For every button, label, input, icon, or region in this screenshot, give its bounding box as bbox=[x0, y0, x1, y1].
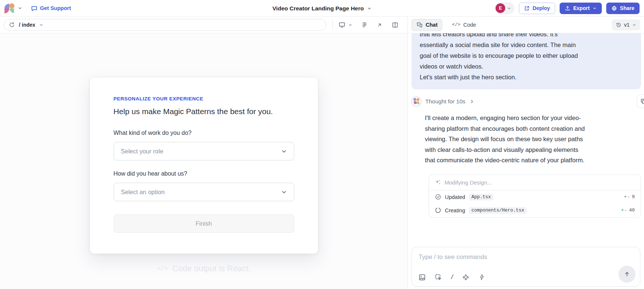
viewport-chevron-down-icon bbox=[348, 23, 352, 27]
referral-question-label: How did you hear about us? bbox=[114, 170, 294, 177]
tab-chat[interactable]: Chat bbox=[412, 19, 442, 31]
title-chevron-down-icon[interactable] bbox=[367, 6, 372, 11]
components-icon[interactable] bbox=[462, 274, 469, 281]
external-link-icon bbox=[524, 6, 530, 11]
route-chevron-down-icon[interactable] bbox=[39, 23, 43, 27]
thought-row[interactable]: Thought for 10s bbox=[412, 97, 644, 106]
role-select[interactable]: Select your role bbox=[114, 142, 294, 160]
route-bar[interactable]: / index bbox=[4, 19, 326, 31]
progress-row-creating[interactable]: Creating components/Hero.tsx +-40 bbox=[429, 204, 641, 217]
diff-plus: + bbox=[624, 194, 627, 200]
chat-bubble-icon bbox=[31, 5, 37, 11]
account-menu[interactable]: E bbox=[494, 2, 514, 14]
role-select-placeholder: Select your role bbox=[121, 148, 164, 155]
route-path: / index bbox=[19, 22, 35, 28]
referral-select-chevron-down-icon bbox=[281, 189, 287, 195]
deploy-button[interactable]: Deploy bbox=[519, 3, 555, 14]
tab-code[interactable]: </> Code bbox=[447, 19, 480, 31]
preview-panel: PERSONALIZE YOUR EXPERIENCE Help us make… bbox=[0, 33, 408, 289]
select-element-icon[interactable] bbox=[435, 274, 442, 281]
code-glyph-icon: </> bbox=[157, 265, 168, 272]
progress-action: Updated bbox=[445, 194, 465, 200]
code-tab-icon: </> bbox=[452, 22, 460, 27]
progress-card: Modifying Design... Updated App.tsx +-9 … bbox=[429, 175, 641, 217]
chat-toolbar: Chat </> Code v1 bbox=[408, 17, 644, 33]
chat-tab-icon bbox=[416, 22, 423, 28]
chat-tab-label: Chat bbox=[426, 22, 437, 28]
quick-action-icon[interactable] bbox=[479, 274, 485, 280]
copy-message-button[interactable] bbox=[637, 94, 644, 108]
diff-minus: - bbox=[624, 207, 627, 213]
viewport-size-button[interactable] bbox=[339, 21, 352, 28]
role-question-label: What kind of work do you do? bbox=[114, 130, 294, 136]
diff-minus: - bbox=[627, 194, 630, 200]
referral-select[interactable]: Select an option bbox=[114, 183, 294, 201]
export-label: Export bbox=[573, 5, 590, 11]
modal-eyebrow: PERSONALIZE YOUR EXPERIENCE bbox=[114, 96, 294, 102]
upload-icon bbox=[565, 6, 570, 11]
assistant-lines: I'll create a modern, engaging hero sect… bbox=[425, 114, 585, 163]
spinner-icon bbox=[435, 207, 441, 213]
toolbar-divider bbox=[332, 20, 333, 30]
copy-icon bbox=[640, 98, 644, 104]
attach-image-icon[interactable] bbox=[419, 274, 426, 281]
figma-icon[interactable] bbox=[362, 22, 368, 28]
file-chip: App.tsx bbox=[469, 194, 494, 200]
refresh-icon[interactable] bbox=[9, 22, 15, 28]
globe-icon bbox=[611, 6, 617, 11]
share-button[interactable]: Share bbox=[606, 3, 640, 14]
get-support-label: Get Support bbox=[40, 5, 71, 11]
version-label: v1 bbox=[624, 22, 630, 28]
progress-action: Creating bbox=[445, 207, 465, 213]
version-selector[interactable]: v1 bbox=[612, 19, 640, 30]
sparkle-icon bbox=[435, 179, 441, 185]
preview-tools bbox=[339, 21, 398, 28]
avatar: E bbox=[496, 3, 505, 13]
progress-row-updated[interactable]: Updated App.tsx +-9 bbox=[429, 190, 641, 204]
diff-plus: + bbox=[621, 207, 624, 213]
arrow-up-icon bbox=[624, 271, 630, 278]
split-view-icon[interactable] bbox=[392, 22, 398, 28]
chat-input-placeholder: Type / to see commands bbox=[412, 247, 640, 261]
chat-input-actions: / bbox=[419, 273, 485, 281]
thought-label: Thought for 10s bbox=[425, 98, 466, 105]
personalize-modal: PERSONALIZE YOUR EXPERIENCE Help us make… bbox=[90, 77, 318, 254]
diff-count: +-9 bbox=[624, 194, 635, 200]
assistant-message-text: I'll create a modern, engaging hero sect… bbox=[425, 113, 642, 166]
send-button[interactable] bbox=[618, 266, 635, 283]
chat-panel: that lets creators upload and share thei… bbox=[408, 33, 644, 289]
top-bar: Get Support Video Creator Landing Page H… bbox=[0, 0, 644, 17]
user-message-text: that lets creators upload and share thei… bbox=[420, 33, 578, 80]
workspace-chevron-down-icon[interactable] bbox=[18, 6, 22, 10]
share-label: Share bbox=[620, 5, 634, 11]
thought-chevron-right-icon[interactable] bbox=[470, 99, 474, 104]
preview-toolbar: / index bbox=[0, 17, 408, 33]
diff-number: 40 bbox=[629, 207, 635, 213]
role-select-chevron-down-icon bbox=[281, 149, 287, 154]
slash-command-icon[interactable]: / bbox=[451, 273, 453, 281]
code-tab-label: Code bbox=[463, 22, 476, 28]
diff-count: +-40 bbox=[621, 207, 635, 213]
magic-patterns-logo-icon[interactable] bbox=[4, 3, 14, 13]
referral-select-placeholder: Select an option bbox=[121, 189, 165, 196]
page-title: Video Creator Landing Page Hero bbox=[272, 5, 364, 12]
get-support-link[interactable]: Get Support bbox=[31, 5, 71, 11]
deploy-label: Deploy bbox=[533, 5, 550, 11]
progress-card-header: Modifying Design... bbox=[429, 175, 641, 190]
assistant-avatar-icon bbox=[412, 97, 421, 106]
version-chevron-down-icon bbox=[632, 23, 636, 27]
diff-number: 9 bbox=[632, 194, 635, 200]
watermark-text: Code output is React. bbox=[172, 264, 251, 273]
finish-button[interactable]: Finish bbox=[114, 215, 294, 233]
open-in-new-window-icon[interactable] bbox=[377, 22, 383, 28]
magic-patterns-app: Get Support Video Creator Landing Page H… bbox=[0, 0, 644, 289]
account-chevron-down-icon bbox=[507, 6, 511, 10]
modal-heading: Help us make Magic Patterns the best for… bbox=[114, 107, 294, 116]
top-bar-actions: E Deploy Export Share bbox=[494, 2, 640, 14]
check-circle-icon bbox=[435, 194, 441, 200]
file-chip: components/Hero.tsx bbox=[469, 207, 527, 214]
chat-input[interactable]: Type / to see commands / bbox=[412, 247, 640, 287]
toolbar: / index bbox=[0, 17, 644, 33]
user-message-bubble: that lets creators upload and share thei… bbox=[412, 33, 641, 89]
export-button[interactable]: Export bbox=[560, 3, 602, 14]
